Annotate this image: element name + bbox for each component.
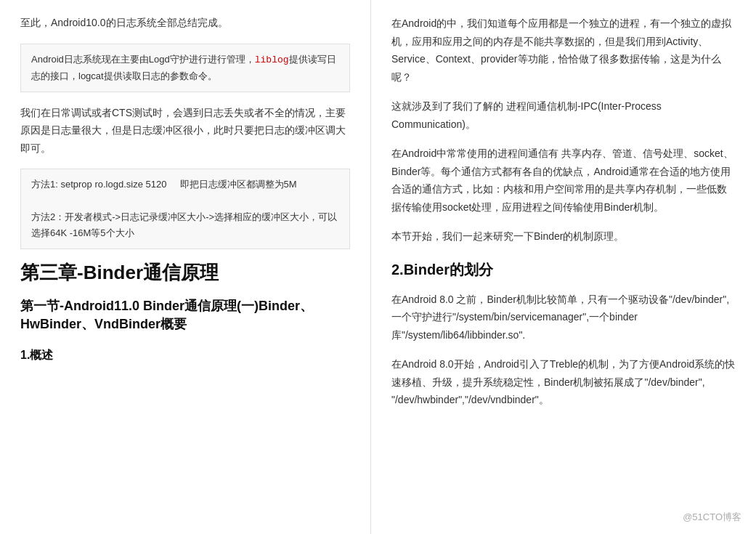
summary-text: 至此，Android10.0的日志系统全部总结完成。	[20, 15, 350, 32]
right-para5: 在Android 8.0 之前，Binder机制比较简单，只有一个驱动设备"/d…	[391, 291, 736, 344]
right-column: 在Android的中，我们知道每个应用都是一个独立的进程，有一个独立的虚拟机，应…	[370, 0, 756, 534]
section2-title: 2.Binder的划分	[391, 257, 736, 282]
right-para6: 在Android 8.0开始，Android引入了Treble的机制，为了方便A…	[391, 355, 736, 409]
method-box-1: 方法1: setprop ro.logd.size 5120 即把日志缓冲区都调…	[20, 169, 350, 248]
right-para3: 在Android中常常使用的进程间通信有 共享内存、管道、信号处理、socket…	[391, 145, 736, 216]
left-column: 至此，Android10.0的日志系统全部总结完成。 Android日志系统现在…	[0, 0, 370, 534]
code-box-1: Android日志系统现在主要由Logd守护进行进行管理，liblog提供读写日…	[20, 44, 350, 92]
watermark: @51CTO博客	[683, 509, 741, 525]
method1-title: 方法1: setprop ro.logd.size 5120 即把日志缓冲区都调…	[31, 177, 339, 193]
normal-text-1: 我们在日常调试或者CTS测试时，会遇到日志丢失或者不全的情况，主要原因是日志量很…	[20, 104, 350, 158]
codebox1-code: liblog	[255, 54, 289, 65]
page-container: 至此，Android10.0的日志系统全部总结完成。 Android日志系统现在…	[0, 0, 756, 534]
codebox1-text1: Android日志系统现在主要由Logd守护进行进行管理，	[31, 54, 255, 65]
right-para4: 本节开始，我们一起来研究一下Binder的机制原理。	[391, 227, 736, 246]
chapter-title: 第三章-Binder通信原理	[20, 261, 350, 286]
subsection-title: 1.概述	[20, 345, 350, 365]
section-title: 第一节-Android11.0 Binder通信原理(一)Binder、HwBi…	[20, 297, 350, 333]
right-para2: 这就涉及到了我们了解的 进程间通信机制-IPC(Inter-Process Co…	[391, 97, 736, 133]
method2-title: 方法2：开发者模式->日志记录缓冲区大小->选择相应的缓冲区大小，可以选择64K…	[31, 209, 339, 241]
right-para1: 在Android的中，我们知道每个应用都是一个独立的进程，有一个独立的虚拟机，应…	[391, 15, 736, 86]
